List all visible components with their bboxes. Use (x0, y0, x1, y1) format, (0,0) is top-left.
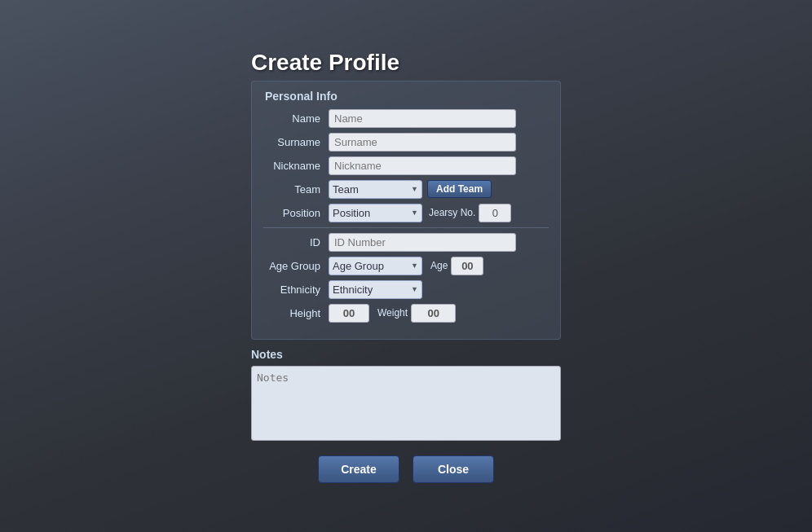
jersey-label: Jearsy No. (429, 207, 475, 218)
ethnicity-label: Ethnicity (263, 284, 329, 296)
nickname-input[interactable] (329, 156, 516, 175)
close-button[interactable]: Close (413, 455, 494, 483)
age-label: Age (430, 260, 448, 271)
height-label: Height (263, 307, 329, 319)
surname-input[interactable] (329, 133, 516, 152)
surname-label: Surname (263, 136, 329, 148)
position-label: Position (263, 207, 329, 219)
form-separator (263, 227, 549, 228)
age-group-row: Age Group Age Group Age (263, 257, 549, 275)
jersey-input[interactable] (479, 204, 511, 222)
nickname-row: Nickname (263, 156, 549, 175)
ethnicity-select-wrapper: Ethnicity (329, 280, 422, 299)
nickname-label: Nickname (263, 160, 329, 172)
personal-info-title: Personal Info (263, 90, 549, 103)
create-button[interactable]: Create (318, 455, 399, 483)
weight-label: Weight (377, 307, 408, 319)
position-select-wrapper: Position (329, 204, 422, 222)
weight-input[interactable] (411, 304, 456, 323)
button-row: Create Close (251, 455, 561, 483)
height-weight-row: Height Weight (263, 304, 549, 323)
name-input[interactable] (329, 109, 516, 128)
age-group-select-wrapper: Age Group (329, 257, 422, 275)
team-label: Team (263, 183, 329, 196)
name-row: Name (263, 109, 549, 128)
personal-info-section: Personal Info Name Surname Nickname Team… (251, 81, 561, 340)
age-input[interactable] (451, 257, 483, 275)
team-select-wrapper: Team (329, 180, 422, 199)
team-row: Team Team Add Team (263, 180, 549, 199)
id-input[interactable] (329, 233, 516, 252)
notes-section: Notes (251, 348, 561, 444)
dialog-title: Create Profile (251, 50, 561, 76)
position-select[interactable]: Position (329, 204, 422, 222)
ethnicity-select[interactable]: Ethnicity (329, 280, 422, 299)
name-label: Name (263, 112, 329, 125)
age-group-label: Age Group (263, 260, 329, 272)
id-label: ID (263, 236, 329, 248)
age-group-select[interactable]: Age Group (329, 257, 422, 275)
team-select[interactable]: Team (329, 180, 422, 199)
id-row: ID (263, 233, 549, 252)
position-row: Position Position Jearsy No. (263, 204, 549, 222)
height-input[interactable] (329, 304, 369, 323)
add-team-button[interactable]: Add Team (427, 180, 492, 198)
create-profile-dialog: Create Profile Personal Info Name Surnam… (251, 50, 561, 483)
notes-title: Notes (251, 348, 561, 361)
surname-row: Surname (263, 133, 549, 152)
notes-textarea[interactable] (251, 366, 561, 441)
ethnicity-row: Ethnicity Ethnicity (263, 280, 549, 299)
